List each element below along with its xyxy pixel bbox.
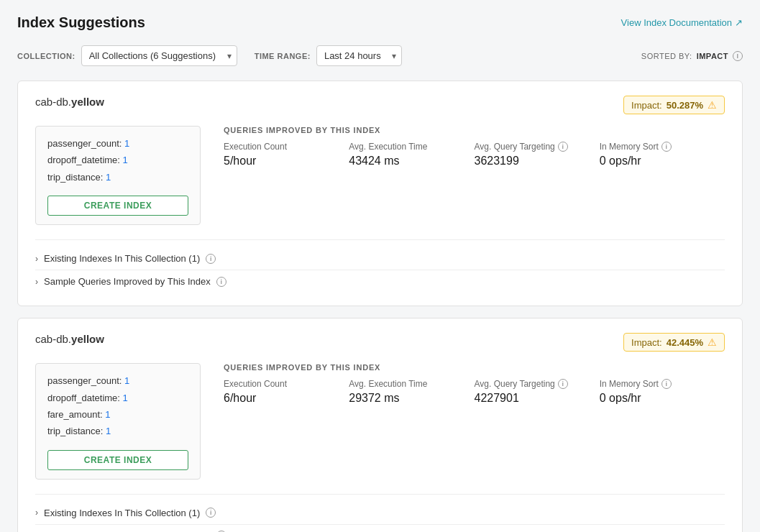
collection-name-1: cab-db.yellow	[35, 96, 104, 108]
card-top-1: cab-db.yellow Impact: 50.287% ⚠	[35, 96, 725, 114]
metric-header-2-1: Avg. Execution Time	[349, 379, 474, 389]
time-range-filter-label: TIME RANGE:	[255, 52, 311, 60]
queries-title-1: QUERIES IMPROVED BY THIS INDEX	[224, 126, 725, 134]
expand-divider	[35, 270, 725, 270]
index-field-value: 1	[124, 138, 129, 149]
index-field-value: 1	[123, 393, 128, 403]
card-footer-1: › Existing Indexes In This Collection (1…	[35, 239, 725, 291]
metric-col-2-3: In Memory Sort i 0 ops/hr	[600, 379, 725, 405]
sorted-by-info-icon[interactable]: i	[733, 51, 743, 61]
metric-value-1-1: 43424 ms	[349, 155, 474, 168]
metric-col-1-3: In Memory Sort i 0 ops/hr	[600, 142, 725, 168]
queries-title-2: QUERIES IMPROVED BY THIS INDEX	[224, 363, 725, 372]
impact-label-2: Impact:	[631, 337, 662, 348]
impact-label-1: Impact:	[631, 100, 662, 111]
filters-row: COLLECTION: All Collections (6 Suggestio…	[17, 45, 743, 66]
sorted-by-value: IMPACT	[697, 52, 728, 60]
metric-info-icon-1-2[interactable]: i	[558, 142, 568, 152]
metric-header-1-0: Execution Count	[224, 142, 349, 152]
page-header: Index Suggestions View Index Documentati…	[17, 14, 743, 31]
metric-info-icon-2-3[interactable]: i	[661, 379, 672, 389]
metric-col-1-0: Execution Count 5/hour	[224, 142, 349, 168]
index-definition-2: passenger_count: 1 dropoff_datetime: 1 f…	[35, 363, 201, 480]
metric-col-2-2: Avg. Query Targeting i 4227901	[475, 379, 600, 405]
queries-panel-2: QUERIES IMPROVED BY THIS INDEX Execution…	[224, 363, 725, 405]
expand-info-icon-1-1[interactable]: i	[216, 277, 226, 287]
card-top-2: cab-db.yellow Impact: 42.445% ⚠	[35, 333, 725, 352]
metrics-row-2: Execution Count 6/hour Avg. Execution Ti…	[224, 379, 725, 405]
expand-row-2-0[interactable]: › Existing Indexes In This Collection (1…	[35, 503, 725, 523]
expand-row-1-0[interactable]: › Existing Indexes In This Collection (1…	[35, 249, 725, 268]
metric-value-2-3: 0 ops/hr	[600, 392, 725, 405]
impact-value-2: 42.445%	[667, 337, 703, 348]
expand-info-icon-1-0[interactable]: i	[206, 254, 216, 264]
metric-value-1-0: 5/hour	[224, 155, 349, 168]
metric-header-1-2: Avg. Query Targeting i	[475, 142, 600, 152]
queries-panel-1: QUERIES IMPROVED BY THIS INDEX Execution…	[224, 126, 725, 168]
index-field: passenger_count: 1	[47, 372, 188, 389]
metric-header-2-2: Avg. Query Targeting i	[475, 379, 600, 389]
create-index-button-2[interactable]: CREATE INDEX	[47, 450, 188, 470]
card-footer-2: › Existing Indexes In This Collection (1…	[35, 494, 725, 532]
metric-header-1-3: In Memory Sort i	[600, 142, 725, 152]
expand-label-1-1: Sample Queries Improved by This Index	[44, 276, 211, 287]
collection-select[interactable]: All Collections (6 Suggestions)	[81, 45, 237, 66]
doc-link-label: View Index Documentation	[621, 17, 732, 28]
expand-row-2-1[interactable]: › Sample Queries Improved by This Index …	[35, 526, 725, 532]
card-content-2: passenger_count: 1 dropoff_datetime: 1 f…	[35, 363, 725, 480]
collection-filter-group: COLLECTION: All Collections (6 Suggestio…	[17, 45, 237, 66]
metric-header-2-0: Execution Count	[224, 379, 349, 389]
expand-label-2-0: Existing Indexes In This Collection (1)	[44, 508, 200, 518]
metric-header-2-3: In Memory Sort i	[600, 379, 725, 389]
expand-row-1-1[interactable]: › Sample Queries Improved by This Index …	[35, 272, 725, 291]
index-field-value: 1	[106, 172, 111, 183]
time-range-filter-group: TIME RANGE: Last 24 hours	[255, 45, 402, 66]
index-field-value: 1	[123, 155, 128, 165]
index-field: dropoff_datetime: 1	[47, 152, 188, 168]
collection-select-wrapper[interactable]: All Collections (6 Suggestions)	[81, 45, 237, 66]
metric-col-1-1: Avg. Execution Time 43424 ms	[349, 142, 474, 168]
metric-info-icon-2-2[interactable]: i	[558, 379, 568, 389]
expand-divider	[35, 524, 725, 525]
collection-filter-label: COLLECTION:	[17, 52, 75, 60]
create-index-button-1[interactable]: CREATE INDEX	[47, 196, 188, 216]
impact-badge-1: Impact: 50.287% ⚠	[623, 96, 725, 114]
chevron-right-icon-2-0: ›	[35, 508, 38, 518]
sorted-by-label: SORTED BY: IMPACT i	[641, 51, 743, 61]
metric-value-2-2: 4227901	[475, 392, 600, 405]
metric-info-icon-1-3[interactable]: i	[661, 142, 672, 152]
metric-value-1-3: 0 ops/hr	[600, 155, 725, 168]
impact-badge-2: Impact: 42.445% ⚠	[623, 333, 725, 352]
index-field-value: 1	[124, 375, 129, 386]
collection-name-2: cab-db.yellow	[35, 333, 104, 345]
sorted-by-text: SORTED BY:	[641, 52, 692, 60]
index-definition-1: passenger_count: 1 dropoff_datetime: 1 t…	[35, 126, 201, 225]
time-range-select[interactable]: Last 24 hours	[316, 45, 402, 66]
expand-label-1-0: Existing Indexes In This Collection (1)	[44, 253, 200, 264]
index-field: dropoff_datetime: 1	[47, 390, 188, 406]
doc-link[interactable]: View Index Documentation ↗	[621, 17, 743, 28]
index-field-value: 1	[105, 409, 110, 420]
index-field: passenger_count: 1	[47, 135, 188, 152]
expand-info-icon-2-0[interactable]: i	[206, 508, 216, 518]
card-content-1: passenger_count: 1 dropoff_datetime: 1 t…	[35, 126, 725, 225]
warning-icon-2: ⚠	[708, 336, 717, 348]
suggestion-card-1: cab-db.yellow Impact: 50.287% ⚠ passenge…	[17, 81, 743, 306]
cards-container: cab-db.yellow Impact: 50.287% ⚠ passenge…	[17, 81, 743, 532]
time-range-select-wrapper[interactable]: Last 24 hours	[316, 45, 402, 66]
metric-header-1-1: Avg. Execution Time	[349, 142, 474, 152]
index-field: trip_distance: 1	[47, 423, 188, 439]
suggestion-card-2: cab-db.yellow Impact: 42.445% ⚠ passenge…	[17, 318, 743, 532]
metric-value-2-0: 6/hour	[224, 392, 349, 405]
metric-col-2-1: Avg. Execution Time 29372 ms	[349, 379, 474, 405]
page-title: Index Suggestions	[17, 14, 145, 31]
impact-value-1: 50.287%	[667, 100, 703, 111]
chevron-right-icon-1-0: ›	[35, 254, 38, 264]
index-field: fare_amount: 1	[47, 406, 188, 423]
index-field-value: 1	[106, 426, 111, 436]
warning-icon-1: ⚠	[708, 99, 717, 111]
index-field: trip_distance: 1	[47, 169, 188, 185]
metric-value-2-1: 29372 ms	[349, 392, 474, 405]
metric-col-1-2: Avg. Query Targeting i 3623199	[475, 142, 600, 168]
metrics-row-1: Execution Count 5/hour Avg. Execution Ti…	[224, 142, 725, 168]
